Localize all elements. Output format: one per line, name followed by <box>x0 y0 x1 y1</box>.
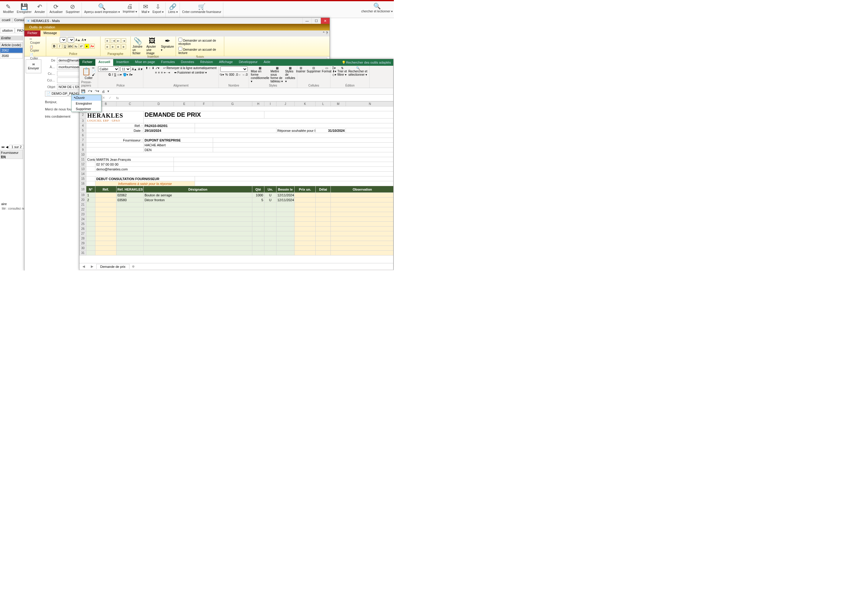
signature-button[interactable]: ✒Signature ▾ <box>161 37 174 55</box>
align-left-icon[interactable]: ≡ <box>155 71 157 74</box>
accuse-reception-checkbox[interactable]: Demander un accusé de réception <box>178 37 222 46</box>
cut-button[interactable]: ✂ Couper <box>29 37 41 45</box>
currency-icon[interactable]: ₠▾ <box>220 73 224 76</box>
sheet-nav-prev-icon[interactable]: ◀ <box>79 264 88 268</box>
wrap-text-button[interactable]: ↩ Renvoyer à la ligne automatiquement <box>163 66 216 70</box>
maximize-button[interactable]: ☐ <box>312 18 321 24</box>
cci-label[interactable]: Cci… <box>45 78 57 82</box>
bullets-icon[interactable]: ≡ <box>105 38 110 43</box>
attach-file-button[interactable]: 📎Joindre un fichier <box>133 37 143 55</box>
comma-icon[interactable]: 000 <box>229 73 234 76</box>
xl-tab-formules[interactable]: Formules <box>158 59 178 66</box>
underline-button[interactable]: U <box>63 44 68 49</box>
number-format-select[interactable] <box>220 66 247 72</box>
enter-formula-icon[interactable]: ✓ <box>107 96 113 100</box>
undo-icon[interactable]: ↶▾ <box>88 89 92 93</box>
cc-label[interactable]: Cc… <box>45 72 57 75</box>
align-center-icon[interactable]: ≡ <box>111 44 115 49</box>
delete-cells-button[interactable]: ⊟Supprimer <box>307 66 321 73</box>
mail-tab-message[interactable]: Message <box>40 31 60 37</box>
grow-font-icon[interactable]: A▲ <box>132 68 137 71</box>
cell-styles-button[interactable]: ▦Styles de cellules ▾ <box>285 66 295 83</box>
redo-icon[interactable]: ↷▾ <box>95 89 99 93</box>
xl-tab-insertion[interactable]: Insertion <box>113 59 132 66</box>
new-sheet-icon[interactable]: ⊕ <box>130 264 137 268</box>
apercu-button[interactable]: 🔍Aperçu avant impression ▾ <box>84 3 120 13</box>
copy-icon[interactable]: 📄 <box>92 70 96 73</box>
font-size-select[interactable] <box>68 37 74 43</box>
cond-format-button[interactable]: ▦Mise en forme conditionnelle ▾ <box>251 66 269 83</box>
align-bot-icon[interactable]: ⬇ <box>152 66 154 70</box>
sub-button[interactable]: x₂ <box>74 44 78 49</box>
xl-font-select[interactable]: Calibri <box>98 66 119 72</box>
tab-accueil[interactable]: ccueil <box>0 18 12 23</box>
xl-underline[interactable]: S <box>114 73 116 76</box>
pager-first-icon[interactable]: ⏮ <box>1 145 4 149</box>
minimize-button[interactable]: — <box>302 18 312 24</box>
bold-button[interactable]: B <box>52 44 57 49</box>
dec-decimal-icon[interactable]: ←.0 <box>242 73 247 76</box>
search-select-button[interactable]: 🔍chercher et lectionner ▾ <box>361 2 393 13</box>
enregistrer-button[interactable]: 💾Enregistrer <box>17 3 32 13</box>
shrink-font-icon[interactable]: A▼ <box>138 68 143 71</box>
clear-icon[interactable]: ◇▾ <box>332 73 336 76</box>
accuse-lecture-checkbox[interactable]: Demander un accusé de lecture <box>178 46 222 55</box>
qat-icon[interactable]: 🖨 <box>102 90 105 93</box>
cut-icon[interactable]: ✂ <box>92 66 96 70</box>
highlight-button[interactable]: ▾ <box>84 44 89 49</box>
inc-decimal-icon[interactable]: .0→ <box>235 73 241 76</box>
indent-icon[interactable]: ⇥ <box>121 38 126 43</box>
xl-tab-fichier[interactable]: Fichier <box>79 59 95 66</box>
align-right-icon[interactable]: ≡ <box>116 44 121 49</box>
insert-cells-button[interactable]: ⊞Insérer <box>296 66 305 73</box>
table-format-button[interactable]: ▦Mettre sous forme de tableau ▾ <box>271 66 284 83</box>
orientation-icon[interactable]: ⤢▾ <box>155 66 159 70</box>
fill-icon[interactable]: ⬇▾ <box>332 70 336 73</box>
align-center-icon[interactable]: ≡ <box>158 71 160 74</box>
fx-icon[interactable]: fx <box>113 96 122 100</box>
save-icon[interactable]: 💾 <box>81 89 86 93</box>
close-button[interactable]: ✕ <box>321 18 330 24</box>
xl-fontcolor-icon[interactable]: A▾ <box>129 73 133 76</box>
modifier-button[interactable]: ✎Modifier <box>3 3 14 13</box>
mail-button[interactable]: ✉Mail ▾ <box>142 3 149 13</box>
align-top-icon[interactable]: ⬆ <box>145 66 148 70</box>
sort-filter-button[interactable]: ⇅Trier et filtrer ▾ <box>337 66 347 76</box>
imprimer-button[interactable]: 🖨Imprimer ▾ <box>123 3 137 13</box>
help-icon[interactable]: ? <box>326 31 328 35</box>
align-right-icon[interactable]: ≡ <box>161 71 163 74</box>
row-3580[interactable]: 3580 <box>0 53 23 59</box>
menu-supprimer[interactable]: Supprimer <box>71 106 101 112</box>
find-select-button[interactable]: 🔍Rechercher et sélectionner ▾ <box>348 66 368 76</box>
numbering-icon[interactable]: ⋮≡ <box>111 38 115 43</box>
xl-fill-icon[interactable]: 🪣▾ <box>123 73 128 76</box>
sheet-nav-next-icon[interactable]: ▶ <box>88 264 96 268</box>
supprimer-button[interactable]: ⊘Supprimer <box>66 3 80 13</box>
xl-tab-revision[interactable]: Révision <box>197 59 216 66</box>
indent-inc-icon[interactable]: ⇥ <box>167 71 170 74</box>
collapse-ribbon-icon[interactable]: ⌃ <box>322 31 325 35</box>
strike-button[interactable]: abc <box>68 44 73 49</box>
font-family-select[interactable] <box>60 37 67 43</box>
menu-ouvrir[interactable]: Ouvrir ↖ <box>71 95 101 101</box>
xl-tab-accueil[interactable]: Accueil <box>95 59 113 66</box>
formula-bar[interactable] <box>122 95 393 101</box>
indent-dec-icon[interactable]: ⇤ <box>164 71 166 74</box>
actualiser-button[interactable]: ⟳Actualiser <box>49 3 63 13</box>
italic-button[interactable]: I <box>57 44 62 49</box>
justify-icon[interactable]: ≡ <box>121 44 126 49</box>
annuler-button[interactable]: ↶Annuler <box>34 3 45 13</box>
outdent-icon[interactable]: ⇤ <box>116 38 121 43</box>
percent-icon[interactable]: % <box>225 73 228 76</box>
a-label[interactable]: À… <box>45 65 57 69</box>
excel-grid[interactable]: ABC DEF GHI JKL MN 1 2HERAKLESLOGICIEL E… <box>79 101 393 263</box>
xl-bold[interactable]: G <box>109 73 111 76</box>
merge-button[interactable]: ⬌ Fusionner et centrer ▾ <box>174 71 207 74</box>
xl-italic[interactable]: I <box>112 73 113 76</box>
pager-prev-icon[interactable]: ◀ <box>6 145 8 149</box>
xl-size-select[interactable]: 11 <box>120 66 131 72</box>
paste-icon[interactable]: 📋 <box>82 67 91 76</box>
format-painter-icon[interactable]: 🖌 <box>92 73 96 76</box>
align-left-icon[interactable]: ≡ <box>105 44 110 49</box>
xl-tab-aide[interactable]: Aide <box>261 59 274 66</box>
